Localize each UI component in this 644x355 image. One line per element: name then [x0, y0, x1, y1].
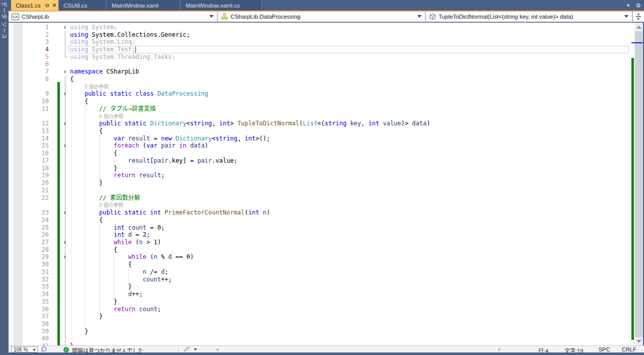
code-row[interactable]: 20 } — [9, 179, 631, 187]
document-tab-bar: Class1.cs ✕ CSUtil.cs MainWindow.xaml Ma… — [9, 0, 644, 11]
h-scroll-right-arrow-icon[interactable] — [498, 347, 501, 351]
code-row[interactable]: 10 { — [9, 98, 631, 105]
codelens-row[interactable]: 0 個の参照 — [9, 83, 631, 91]
line-number: 40 — [9, 335, 49, 342]
code-row[interactable]: 9∨ public static class DataProcessing — [9, 90, 631, 98]
code-row[interactable]: 33 } — [9, 283, 631, 291]
chevron-down-icon — [417, 15, 421, 18]
code-row[interactable]: 35 } — [9, 298, 631, 306]
tab-mainwindow-xaml-cs[interactable]: MainWindow.xaml.cs — [181, 0, 262, 11]
vertical-scrollbar[interactable] — [631, 23, 643, 345]
close-icon[interactable]: ✕ — [52, 3, 56, 8]
code-text: } — [70, 313, 103, 320]
tab-csutil-cs[interactable]: CSUtil.cs — [59, 0, 106, 11]
code-text: using System.Collections.Generic; — [70, 31, 190, 39]
pin-icon[interactable] — [44, 3, 49, 8]
code-row[interactable]: 2using System.Collections.Generic; — [9, 31, 631, 39]
code-row[interactable]: 3using System.Linq; — [9, 38, 631, 46]
line-number: 7 — [9, 68, 49, 76]
project-dropdown[interactable]: C# CSharpLib — [9, 12, 218, 22]
code-row[interactable]: 34 d++; — [9, 291, 631, 298]
code-text: { — [70, 261, 132, 268]
fold-collapse-icon[interactable]: ∨ — [61, 239, 69, 246]
code-text: { — [70, 76, 74, 83]
scroll-up-arrow-icon[interactable] — [636, 26, 641, 29]
fold-collapse-icon[interactable]: ∨ — [61, 90, 69, 98]
fold-collapse-icon[interactable]: ∨ — [61, 209, 69, 217]
code-row[interactable]: 7∨namespace CSharpLib — [9, 68, 631, 76]
codelens-row[interactable]: 0 個の参照 — [9, 113, 631, 120]
scroll-down-arrow-icon[interactable] — [636, 340, 641, 343]
codelens-row[interactable]: 0 個の参照 — [9, 201, 631, 209]
code-row[interactable]: 13 { — [9, 127, 631, 135]
code-text: // 素因数分解 — [70, 194, 140, 202]
line-number: 8 — [9, 76, 49, 83]
fold-collapse-icon[interactable]: ∨ — [61, 142, 69, 150]
code-row[interactable]: 30 { — [9, 261, 631, 268]
line-number: 31 — [9, 268, 49, 276]
code-row[interactable]: 24 { — [9, 217, 631, 224]
code-text: while (n % d == 0) — [70, 253, 194, 261]
code-editor[interactable]: 1∨using System;2using System.Collections… — [9, 23, 631, 345]
code-row[interactable]: 4using System.Text; — [9, 46, 631, 53]
code-row[interactable]: 26 int d = 2; — [9, 231, 631, 239]
tab-mainwindow-xaml[interactable]: MainWindow.xaml — [107, 0, 180, 11]
code-row[interactable]: 19 return result; — [9, 172, 631, 179]
code-row[interactable]: 16 { — [9, 150, 631, 157]
code-text: n /= d; — [70, 268, 168, 276]
status-bar-strip — [0, 352, 644, 355]
line-number: 5 — [9, 53, 49, 61]
code-row[interactable]: 23∨ public static int PrimeFactorCountNo… — [9, 209, 631, 217]
codelens-references-link[interactable]: 0 個の参照 — [99, 202, 123, 208]
code-text: } — [70, 283, 132, 291]
data-sources-vertical-tab[interactable]: データ ソース — [1, 2, 9, 40]
code-row[interactable]: 6 — [9, 60, 631, 68]
code-row[interactable]: 11 // タプル→辞書変換 — [9, 105, 631, 113]
zoom-dropdown[interactable]: 106 % — [11, 346, 38, 352]
split-window-button[interactable] — [632, 12, 644, 22]
tab-class1-cs[interactable]: Class1.cs ✕ — [11, 0, 59, 11]
code-row[interactable]: 27∨ while (n > 1) — [9, 239, 631, 246]
code-row[interactable]: 22 // 素因数分解 — [9, 194, 631, 202]
code-row[interactable]: 15∨ foreach (var pair in data) — [9, 142, 631, 150]
scrollbar-thumb[interactable] — [635, 31, 642, 337]
fold-collapse-icon[interactable]: ∨ — [61, 24, 69, 31]
code-text: // タプル→辞書変換 — [70, 105, 156, 113]
code-row[interactable]: 17 result[pair.key] = pair.value; — [9, 157, 631, 165]
code-row[interactable]: 38 — [9, 320, 631, 328]
code-row[interactable]: 25 int count = 0; — [9, 224, 631, 232]
line-number: 24 — [9, 217, 49, 224]
class-icon — [221, 13, 228, 20]
code-row[interactable]: 31 n /= d; — [9, 268, 631, 276]
type-dropdown[interactable]: CSharpLib.DataProcessing — [218, 12, 425, 22]
member-dropdown[interactable]: TupleToDictNormal(List<(string key, int … — [426, 12, 632, 22]
fold-collapse-icon[interactable]: ∨ — [61, 253, 69, 261]
code-row[interactable]: 40 — [9, 335, 631, 342]
code-row[interactable]: 8{ — [9, 76, 631, 83]
code-row[interactable]: 28 { — [9, 246, 631, 254]
line-number: 16 — [9, 150, 49, 157]
code-text: return count; — [70, 306, 161, 313]
window-options-gear-icon[interactable]: ⚙ — [635, 2, 641, 9]
code-row[interactable]: 18 } — [9, 165, 631, 172]
navigation-bar: C# CSharpLib CSharpLib.DataProcessing Tu… — [9, 12, 644, 22]
codelens-references-link[interactable]: 0 個の参照 — [99, 113, 123, 120]
tab-overflow-chevron-down-icon[interactable]: ▼ — [626, 3, 630, 8]
fold-collapse-icon[interactable]: ∨ — [61, 120, 69, 127]
chevron-down-icon[interactable] — [194, 348, 197, 350]
code-row[interactable]: 1∨using System; — [9, 24, 631, 31]
code-row[interactable]: 39 } — [9, 328, 631, 335]
code-row[interactable]: 32 count++; — [9, 276, 631, 283]
code-row[interactable]: 29∨ while (n % d == 0) — [9, 253, 631, 261]
line-number: 27 — [9, 239, 49, 246]
code-row[interactable]: 5using System.Threading.Tasks; — [9, 53, 631, 61]
code-row[interactable]: 36 return count; — [9, 306, 631, 313]
line-number: 37 — [9, 313, 49, 320]
code-row[interactable]: 21 — [9, 187, 631, 194]
code-row[interactable]: 37 } — [9, 313, 631, 320]
fold-collapse-icon[interactable]: ∨ — [61, 68, 69, 76]
h-scroll-left-arrow-icon[interactable] — [216, 347, 219, 351]
code-row[interactable]: 14 var result = new Dictionary<string, i… — [9, 135, 631, 143]
codelens-references-link[interactable]: 0 個の参照 — [85, 84, 109, 90]
code-row[interactable]: 12∨ public static Dictionary<string, int… — [9, 120, 631, 127]
